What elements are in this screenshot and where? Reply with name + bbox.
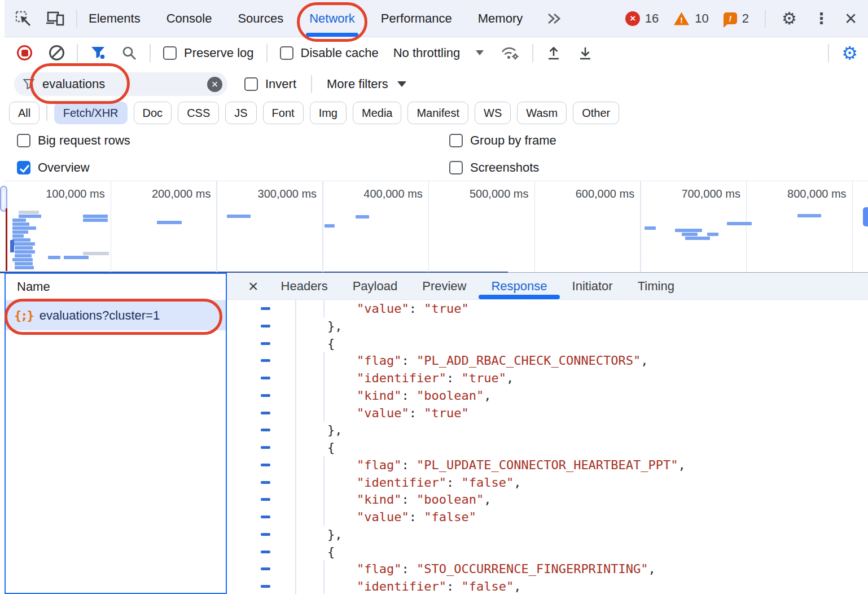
more-options-icon[interactable]: ⋮ <box>814 10 829 27</box>
import-har-icon[interactable] <box>546 45 562 61</box>
request-table: Name {;} evaluations?cluster=1 <box>5 273 227 594</box>
clear-network-log-icon[interactable] <box>49 45 64 60</box>
request-row[interactable]: {;} evaluations?cluster=1 <box>6 300 226 330</box>
indent-guide <box>323 560 325 578</box>
network-conditions-icon[interactable] <box>501 45 520 61</box>
issue-count: 2 <box>742 11 749 26</box>
throttling-select[interactable]: No throttling <box>393 46 484 60</box>
chip-manifest[interactable]: Manifest <box>407 102 468 124</box>
timeline-tick-label: 300,000 ms <box>258 187 317 200</box>
chip-fetch-xhr[interactable]: Fetch/XHR <box>54 102 128 124</box>
more-tabs-icon[interactable] <box>545 12 562 25</box>
group-by-frame-option[interactable]: Group by frame <box>449 133 556 148</box>
preserve-log-checkbox[interactable] <box>163 46 177 60</box>
chip-doc[interactable]: Doc <box>134 102 172 124</box>
screenshots-option[interactable]: Screenshots <box>449 160 539 175</box>
chip-css[interactable]: CSS <box>178 102 219 124</box>
clear-filter-icon[interactable]: × <box>207 77 222 92</box>
response-body-viewer[interactable]: "value": "true"},{"flag": "PL_ADD_RBAC_C… <box>227 300 868 594</box>
more-filters-dropdown[interactable]: More filters <box>327 77 406 91</box>
chip-all[interactable]: All <box>9 102 40 124</box>
line-marker-dash <box>261 498 270 501</box>
tab-elements[interactable]: Elements <box>89 0 141 37</box>
code-text: "identifier": "false", <box>357 578 521 594</box>
chip-other[interactable]: Other <box>573 102 619 124</box>
timeline-request-bar <box>12 219 26 222</box>
code-text: "flag": "PL_UPDATE_CONNECTOR_HEARTBEAT_P… <box>357 456 686 474</box>
chip-ws[interactable]: WS <box>475 102 511 124</box>
line-marker-dash <box>261 412 270 414</box>
tab-console[interactable]: Console <box>166 0 212 37</box>
network-filter-row: evaluations × Invert More filters <box>5 68 868 101</box>
overview-option[interactable]: Overview <box>17 160 90 175</box>
detail-tab-headers[interactable]: Headers <box>281 273 328 299</box>
panel-tabs: ElementsConsoleSourcesNetworkPerformance… <box>89 0 549 37</box>
search-icon[interactable] <box>121 45 137 61</box>
timeline-request-bar <box>325 224 335 228</box>
chip-font[interactable]: Font <box>263 102 304 124</box>
detail-tab-initiator[interactable]: Initiator <box>572 273 613 299</box>
chip-wasm[interactable]: Wasm <box>517 102 567 124</box>
detail-tab-preview[interactable]: Preview <box>422 273 466 299</box>
code-line: }, <box>227 317 868 335</box>
chip-js[interactable]: JS <box>225 102 256 124</box>
big-request-rows-option[interactable]: Big request rows <box>17 133 130 148</box>
tab-performance[interactable]: Performance <box>381 0 452 37</box>
code-text: "value": "false" <box>357 508 476 526</box>
invert-filter[interactable]: Invert <box>244 77 296 91</box>
filter-input[interactable]: evaluations × <box>14 72 227 96</box>
settings-gear-icon[interactable]: ⚙ <box>782 8 797 28</box>
indent-guide <box>323 369 325 387</box>
disable-cache-checkbox[interactable] <box>280 46 293 60</box>
code-line: "value": "true" <box>227 300 868 317</box>
overview-checkbox[interactable] <box>17 161 30 174</box>
timeline-request-bar <box>685 237 710 240</box>
timeline-gridline <box>322 181 323 272</box>
timeline-request-bar <box>12 242 35 246</box>
line-marker-dash <box>261 481 270 484</box>
network-settings-gear-icon[interactable]: ⚙ <box>841 42 858 64</box>
filter-input-value: evaluations <box>42 77 105 91</box>
line-marker-dash <box>261 551 270 553</box>
chip-img[interactable]: Img <box>310 102 347 124</box>
name-column-header[interactable]: Name <box>6 274 226 300</box>
device-toolbar-icon[interactable] <box>46 10 65 27</box>
line-marker-dash <box>261 359 270 362</box>
close-detail-icon[interactable]: × <box>248 278 258 295</box>
inspect-element-icon[interactable] <box>15 10 32 27</box>
chip-media[interactable]: Media <box>353 102 401 124</box>
code-line: { <box>227 543 868 561</box>
chevron-down-icon <box>397 81 406 87</box>
divider <box>77 44 78 62</box>
timeline-request-bar <box>12 226 36 230</box>
screenshots-checkbox[interactable] <box>449 161 463 174</box>
console-errors-badge[interactable]: × 16 <box>625 11 659 26</box>
console-warnings-badge[interactable]: ! 10 <box>673 11 708 26</box>
issues-badge[interactable]: ! 2 <box>724 11 749 26</box>
tab-network[interactable]: Network <box>309 0 355 37</box>
tab-memory[interactable]: Memory <box>478 0 523 37</box>
timeline-request-bar <box>64 256 89 259</box>
invert-label: Invert <box>265 77 296 91</box>
issue-icon: ! <box>724 12 737 24</box>
indent-guide <box>323 404 325 422</box>
filter-icon[interactable] <box>90 46 106 60</box>
timeline-right-handle[interactable] <box>863 207 868 226</box>
big-request-rows-checkbox[interactable] <box>17 134 30 147</box>
group-by-frame-checkbox[interactable] <box>449 134 463 147</box>
code-text: { <box>327 543 335 561</box>
close-devtools-icon[interactable]: × <box>845 8 857 29</box>
timeline-request-bar <box>83 219 108 222</box>
request-name: evaluations?cluster=1 <box>40 308 160 323</box>
network-overview-timeline[interactable]: 100,000 ms200,000 ms300,000 ms400,000 ms… <box>5 181 868 273</box>
detail-tab-response[interactable]: Response <box>491 273 547 299</box>
detail-tab-payload[interactable]: Payload <box>353 273 398 299</box>
tab-sources[interactable]: Sources <box>238 0 283 37</box>
detail-tab-timing[interactable]: Timing <box>638 273 674 299</box>
invert-checkbox[interactable] <box>244 77 258 91</box>
record-network-log-icon[interactable] <box>17 45 32 60</box>
code-text: "identifier": "false", <box>357 474 521 491</box>
timeline-request-bar <box>83 252 109 255</box>
export-har-icon[interactable] <box>577 45 593 61</box>
indent-guide <box>323 474 325 491</box>
